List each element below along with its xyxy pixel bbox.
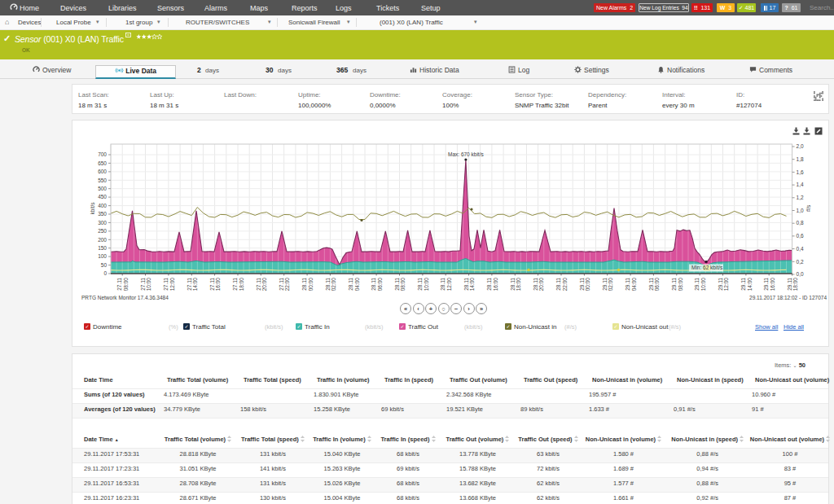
svg-text:27.11: 27.11 xyxy=(116,278,122,291)
svg-text:0,2: 0,2 xyxy=(797,259,804,265)
svg-text:14:00: 14:00 xyxy=(469,278,475,291)
svg-text:0,6: 0,6 xyxy=(797,233,804,239)
svg-text:06:00: 06:00 xyxy=(377,278,383,291)
svg-text:28.11: 28.11 xyxy=(555,278,561,291)
svg-text:16:00: 16:00 xyxy=(770,278,775,291)
svg-text:450: 450 xyxy=(98,194,107,199)
svg-text:500: 500 xyxy=(98,186,107,191)
svg-text:kbit/s: kbit/s xyxy=(90,202,95,215)
svg-text:0,0: 0,0 xyxy=(797,271,804,277)
svg-text:50: 50 xyxy=(101,262,108,268)
svg-text:28.11: 28.11 xyxy=(533,278,538,291)
svg-text:Max: 670 kbit/s: Max: 670 kbit/s xyxy=(448,151,484,157)
svg-text:29.11.2017 18:12:02 - ID 12707: 29.11.2017 18:12:02 - ID 127074 xyxy=(749,295,827,300)
svg-text:28.11: 28.11 xyxy=(440,278,446,291)
svg-text:22:00: 22:00 xyxy=(285,278,291,291)
svg-text:550: 550 xyxy=(98,177,107,183)
svg-text:27.11: 27.11 xyxy=(232,278,238,291)
svg-text:100: 100 xyxy=(98,253,107,259)
svg-text:1,2: 1,2 xyxy=(797,195,804,200)
svg-text:1,6: 1,6 xyxy=(797,169,804,175)
svg-text:06:00: 06:00 xyxy=(654,278,660,291)
svg-text:0: 0 xyxy=(103,270,107,276)
svg-text:08:00: 08:00 xyxy=(123,278,129,291)
svg-text:Min: 62 kbit/s: Min: 62 kbit/s xyxy=(691,265,723,270)
svg-text:20:00: 20:00 xyxy=(538,278,544,291)
svg-text:29.11: 29.11 xyxy=(694,278,700,291)
svg-text:300: 300 xyxy=(98,220,107,226)
svg-text:08:00: 08:00 xyxy=(678,278,683,291)
svg-text:02:00: 02:00 xyxy=(608,278,614,291)
svg-text:28.11: 28.11 xyxy=(394,278,400,291)
svg-text:14:00: 14:00 xyxy=(192,278,198,291)
svg-text:29.11: 29.11 xyxy=(648,278,654,291)
svg-text:1,0: 1,0 xyxy=(797,208,804,213)
svg-text:18:00: 18:00 xyxy=(792,278,798,291)
svg-text:28.11: 28.11 xyxy=(486,278,492,291)
svg-text:04:00: 04:00 xyxy=(631,278,637,291)
svg-text:29.11: 29.11 xyxy=(625,278,630,291)
svg-text:00:00: 00:00 xyxy=(585,278,590,291)
svg-text:28.11: 28.11 xyxy=(325,278,331,291)
svg-text:250: 250 xyxy=(98,228,107,234)
svg-text:28.11: 28.11 xyxy=(348,278,353,291)
svg-text:28.11: 28.11 xyxy=(417,278,423,291)
svg-text:400: 400 xyxy=(98,203,107,208)
svg-text:#/s: #/s xyxy=(805,204,811,212)
svg-text:12:00: 12:00 xyxy=(446,278,452,291)
svg-text:27.11: 27.11 xyxy=(209,278,215,291)
svg-text:29.11: 29.11 xyxy=(718,278,723,291)
svg-text:16:00: 16:00 xyxy=(493,278,498,291)
svg-text:28.11: 28.11 xyxy=(510,278,516,291)
svg-text:0,4: 0,4 xyxy=(797,246,804,252)
svg-text:350: 350 xyxy=(98,211,107,217)
svg-text:18:00: 18:00 xyxy=(239,278,244,291)
svg-text:29.11: 29.11 xyxy=(579,278,585,291)
svg-text:0,8: 0,8 xyxy=(797,220,804,226)
svg-text:16:00: 16:00 xyxy=(215,278,221,291)
svg-text:1,8: 1,8 xyxy=(797,156,804,162)
svg-text:150: 150 xyxy=(98,245,107,251)
svg-text:PRTG Network Monitor 17.4.36.3: PRTG Network Monitor 17.4.36.3484 xyxy=(81,295,169,300)
svg-text:27.11: 27.11 xyxy=(163,278,169,291)
svg-text:12:00: 12:00 xyxy=(169,278,175,291)
svg-text:2,0: 2,0 xyxy=(797,143,804,149)
svg-text:12:00: 12:00 xyxy=(723,278,729,291)
svg-text:29.11: 29.11 xyxy=(740,278,746,291)
svg-text:10:00: 10:00 xyxy=(146,278,151,291)
svg-text:00:00: 00:00 xyxy=(308,278,314,291)
svg-text:18:00: 18:00 xyxy=(516,278,521,291)
svg-text:200: 200 xyxy=(98,237,107,243)
svg-text:600: 600 xyxy=(98,169,107,174)
svg-text:27.11: 27.11 xyxy=(256,278,261,291)
svg-text:10:00: 10:00 xyxy=(700,278,706,291)
svg-text:22:00: 22:00 xyxy=(562,278,568,291)
svg-text:27.11: 27.11 xyxy=(187,278,192,291)
svg-text:04:00: 04:00 xyxy=(354,278,360,291)
svg-text:700: 700 xyxy=(98,151,107,157)
svg-text:02:00: 02:00 xyxy=(331,278,336,291)
svg-text:20:00: 20:00 xyxy=(261,278,267,291)
svg-text:27.11: 27.11 xyxy=(279,278,284,291)
svg-text:29.11: 29.11 xyxy=(671,278,677,291)
svg-text:29.11: 29.11 xyxy=(763,278,769,291)
svg-text:1,4: 1,4 xyxy=(797,182,804,187)
svg-text:29.11: 29.11 xyxy=(602,278,608,291)
svg-text:28.11: 28.11 xyxy=(301,278,307,291)
svg-text:08:00: 08:00 xyxy=(400,278,406,291)
svg-text:650: 650 xyxy=(98,160,107,166)
svg-text:10:00: 10:00 xyxy=(424,278,429,291)
svg-text:29.11: 29.11 xyxy=(787,278,792,291)
svg-text:27.11: 27.11 xyxy=(140,278,146,291)
svg-text:28.11: 28.11 xyxy=(463,278,469,291)
svg-text:28.11: 28.11 xyxy=(371,278,376,291)
svg-text:14:00: 14:00 xyxy=(747,278,753,291)
